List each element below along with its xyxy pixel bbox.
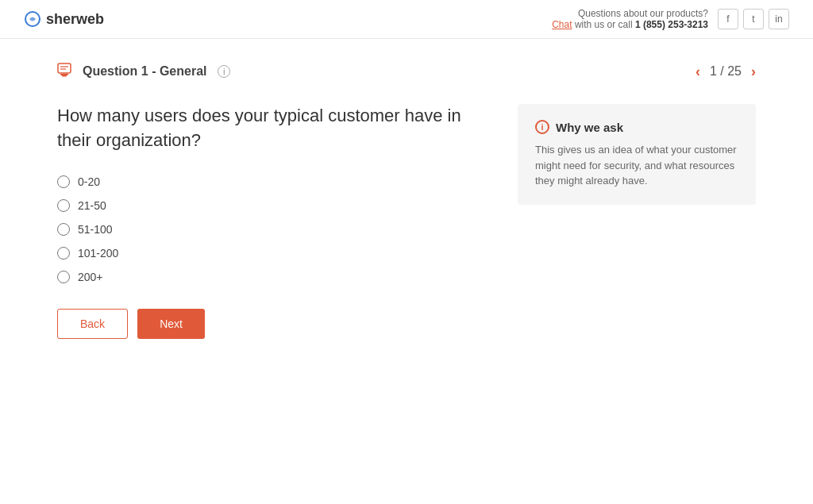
contact-middle: with us or call xyxy=(575,19,635,30)
option-200plus[interactable]: 200+ xyxy=(57,271,486,283)
svg-rect-2 xyxy=(60,74,68,75)
facebook-icon[interactable]: f xyxy=(718,9,738,29)
label-51-100: 51-100 xyxy=(78,223,113,236)
header-right: Questions about our products? Chat with … xyxy=(552,8,789,30)
option-0-20[interactable]: 0-20 xyxy=(57,175,486,188)
pagination: ‹ 1 / 25 › xyxy=(695,63,756,80)
left-panel: How many users does your typical custome… xyxy=(57,104,486,339)
option-101-200[interactable]: 101-200 xyxy=(57,247,486,260)
back-button[interactable]: Back xyxy=(57,309,128,339)
svg-rect-3 xyxy=(62,75,67,77)
option-51-100[interactable]: 51-100 xyxy=(57,223,486,236)
chat-link[interactable]: Chat xyxy=(552,19,572,30)
social-icons: f t in xyxy=(718,9,789,29)
option-21-50[interactable]: 21-50 xyxy=(57,199,486,212)
question-text: How many users does your typical custome… xyxy=(57,104,486,153)
question-title-text: Question 1 - General xyxy=(83,64,206,79)
next-button[interactable]: Next xyxy=(137,309,205,339)
linkedin-icon[interactable]: in xyxy=(769,9,789,29)
radio-21-50[interactable] xyxy=(57,199,70,212)
label-101-200: 101-200 xyxy=(78,247,118,260)
label-0-20: 0-20 xyxy=(78,175,100,188)
main-content: Question 1 - General i ‹ 1 / 25 › How ma… xyxy=(25,39,788,363)
twitter-icon[interactable]: t xyxy=(743,9,764,29)
radio-101-200[interactable] xyxy=(57,247,70,260)
content-area: How many users does your typical custome… xyxy=(57,104,756,339)
logo: sherweb xyxy=(24,10,104,28)
radio-0-20[interactable] xyxy=(57,175,70,188)
site-header: sherweb Questions about our products? Ch… xyxy=(0,0,813,39)
why-we-ask-heading: Why we ask xyxy=(556,121,623,134)
contact-phone: 1 (855) 253-3213 xyxy=(635,19,708,30)
sherweb-logo-icon xyxy=(24,10,41,28)
radio-51-100[interactable] xyxy=(57,223,70,236)
why-we-ask-title: i Why we ask xyxy=(535,120,738,134)
contact-line: Chat with us or call 1 (855) 253-3213 xyxy=(552,19,708,30)
why-we-ask-panel: i Why we ask This gives us an idea of wh… xyxy=(518,104,756,205)
button-row: Back Next xyxy=(57,309,486,339)
label-200plus: 200+ xyxy=(78,271,103,283)
contact-prefix: Questions about our products? xyxy=(552,8,708,19)
label-21-50: 21-50 xyxy=(78,199,106,212)
radio-200plus[interactable] xyxy=(57,271,70,283)
question-header: Question 1 - General i ‹ 1 / 25 › xyxy=(57,63,756,80)
question-icon xyxy=(57,63,75,80)
why-info-icon: i xyxy=(535,120,549,134)
pagination-text: 1 / 25 xyxy=(710,64,742,79)
contact-info: Questions about our products? Chat with … xyxy=(552,8,708,30)
logo-text: sherweb xyxy=(46,11,104,28)
next-arrow[interactable]: › xyxy=(751,63,756,80)
radio-group: 0-20 21-50 51-100 101-200 200+ xyxy=(57,175,486,283)
prev-arrow[interactable]: ‹ xyxy=(695,63,700,80)
svg-rect-1 xyxy=(58,63,71,73)
question-title-row: Question 1 - General i xyxy=(57,63,230,80)
question-info-icon[interactable]: i xyxy=(218,65,230,78)
why-we-ask-text: This gives us an idea of what your custo… xyxy=(535,142,738,189)
